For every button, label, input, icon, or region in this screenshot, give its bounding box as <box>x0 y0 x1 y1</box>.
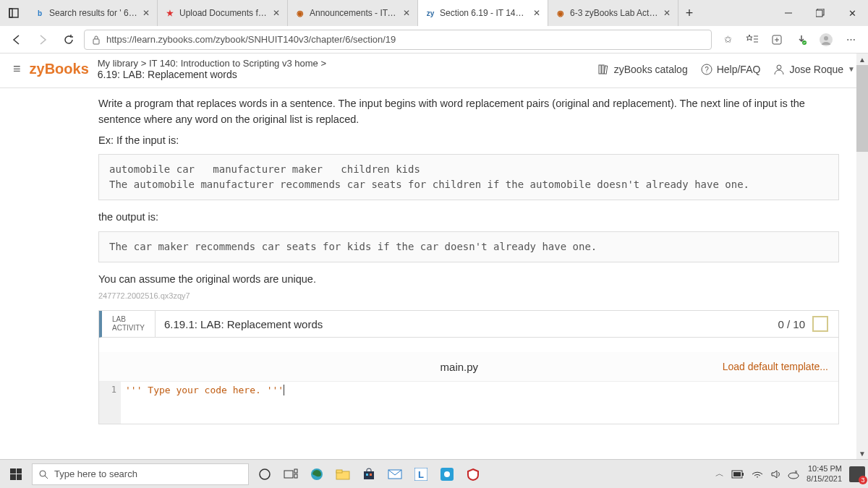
instructions-p3: the output is: <box>98 209 839 225</box>
code-editor[interactable]: 1 ''' Type your code here. ''' <box>99 381 838 424</box>
explorer-icon[interactable] <box>333 464 353 484</box>
tab-1[interactable]: ★ Upload Documents for Fre ✕ <box>158 0 288 26</box>
scroll-thumb[interactable] <box>856 65 868 152</box>
svg-rect-40 <box>733 472 741 476</box>
windows-logo-icon <box>10 468 22 480</box>
svg-rect-32 <box>370 474 372 476</box>
svg-rect-4 <box>816 10 822 17</box>
clock[interactable]: 10:45 PM 8/15/2021 <box>807 464 842 484</box>
zybooks-header: ≡ zyBooks My library > IT 140: Introduct… <box>0 53 868 88</box>
tray-chevron-icon[interactable]: ︿ <box>715 468 724 480</box>
svg-rect-31 <box>366 474 368 476</box>
wifi-icon[interactable] <box>752 470 763 479</box>
tab-0[interactable]: b Search results for ' 6-4 Mil ✕ <box>27 0 158 26</box>
svg-text:?: ? <box>705 66 709 74</box>
tab-label: Upload Documents for Fre <box>179 8 268 18</box>
svg-rect-24 <box>284 471 293 478</box>
tab-close-icon[interactable]: ✕ <box>142 8 150 18</box>
example-input-box: automobile car manufacturer maker childr… <box>98 154 839 200</box>
tab-strip: b Search results for ' 6-4 Mil ✕ ★ Uploa… <box>27 0 700 26</box>
downloads-icon[interactable] <box>794 33 809 47</box>
battery-icon[interactable] <box>731 470 744 479</box>
tab-4[interactable]: ◉ 6-3 zyBooks Lab Activities ✕ <box>548 0 678 26</box>
profile-icon[interactable] <box>819 33 833 47</box>
lab-badge: LAB ACTIVITY <box>102 311 156 337</box>
close-window-button[interactable]: ✕ <box>836 0 868 26</box>
help-label: Help/FAQ <box>717 64 761 75</box>
edge-icon[interactable] <box>307 464 327 484</box>
example-output-box: The car maker recommends car seats for k… <box>98 231 839 262</box>
favicon-b-icon: b <box>35 8 45 18</box>
task-view-icon[interactable] <box>281 464 301 484</box>
svg-point-37 <box>444 471 450 477</box>
url-text: https://learn.zybooks.com/zybook/SNHUIT1… <box>106 34 396 45</box>
favorite-icon[interactable]: ✩ <box>720 33 735 47</box>
taskbar-search[interactable]: Type here to search <box>32 463 249 485</box>
scroll-down-icon[interactable]: ▼ <box>856 448 868 459</box>
svg-point-14 <box>824 36 828 40</box>
svg-point-23 <box>260 469 270 479</box>
catalog-label: zyBooks catalog <box>614 64 688 75</box>
search-placeholder: Type here to search <box>54 468 137 479</box>
tab-close-icon[interactable]: ✕ <box>273 8 280 18</box>
store-icon[interactable] <box>359 464 379 484</box>
editor-gutter: 1 <box>99 382 121 424</box>
books-icon <box>598 64 610 75</box>
svg-rect-5 <box>93 39 99 44</box>
svg-rect-39 <box>742 473 744 476</box>
cortana-icon[interactable] <box>255 464 275 484</box>
forward-button[interactable] <box>32 29 54 51</box>
menu-icon[interactable]: ≡ <box>13 61 21 77</box>
tab-2[interactable]: ◉ Announcements - IT-140- ✕ <box>288 0 418 26</box>
svg-rect-0 <box>9 9 18 17</box>
favorites-list-icon[interactable] <box>745 33 760 47</box>
favicon-brightspace-icon: ◉ <box>556 8 566 18</box>
maximize-button[interactable] <box>804 0 836 26</box>
more-icon[interactable]: ⋯ <box>843 33 858 47</box>
start-button[interactable] <box>0 468 32 480</box>
tab-close-icon[interactable]: ✕ <box>663 8 671 18</box>
mcafee-icon[interactable] <box>463 464 483 484</box>
tab-label: Announcements - IT-140- <box>310 8 399 18</box>
favicon-star-icon: ★ <box>165 8 175 18</box>
svg-point-20 <box>777 65 781 69</box>
app-camera-icon[interactable] <box>437 464 457 484</box>
refresh-button[interactable] <box>58 29 80 51</box>
user-menu[interactable]: Jose Roque ▼ <box>773 64 855 75</box>
notifications-icon[interactable]: 3 <box>849 466 865 482</box>
chevron-down-icon: ▼ <box>848 65 855 73</box>
breadcrumb[interactable]: My library > IT 140: Introduction to Scr… <box>98 58 326 80</box>
onedrive-icon[interactable] <box>788 468 799 480</box>
tab-close-icon[interactable]: ✕ <box>403 8 410 18</box>
vertical-scrollbar[interactable]: ▲ ▼ <box>856 53 868 459</box>
browser-titlebar: b Search results for ' 6-4 Mil ✕ ★ Uploa… <box>0 0 868 26</box>
breadcrumb-line2: 6.19: LAB: Replacement words <box>98 69 326 80</box>
svg-rect-25 <box>294 469 297 473</box>
svg-text:L: L <box>418 469 424 480</box>
volume-icon[interactable] <box>770 469 780 479</box>
svg-point-21 <box>40 471 46 476</box>
user-icon <box>773 64 785 75</box>
editor-filename[interactable]: main.py <box>196 361 723 373</box>
new-tab-button[interactable]: + <box>678 0 700 26</box>
collections-icon[interactable] <box>770 33 784 47</box>
tab-3[interactable]: zy Section 6.19 - IT 140: Intro ✕ <box>418 0 548 26</box>
url-field[interactable]: https://learn.zybooks.com/zybook/SNHUIT1… <box>84 30 712 50</box>
instructions-p4: You can assume the original words are un… <box>98 271 839 287</box>
app-l-icon[interactable]: L <box>411 464 431 484</box>
load-template-link[interactable]: Load default template... <box>723 361 828 372</box>
svg-rect-16 <box>602 65 604 74</box>
lock-icon <box>92 35 101 45</box>
help-link[interactable]: ? Help/FAQ <box>701 64 761 75</box>
tab-actions-icon[interactable] <box>0 0 27 26</box>
tab-close-icon[interactable]: ✕ <box>533 8 540 18</box>
zybooks-logo[interactable]: zyBooks <box>30 61 89 77</box>
back-button[interactable] <box>6 29 27 51</box>
mail-icon[interactable] <box>385 464 405 484</box>
catalog-link[interactable]: zyBooks catalog <box>598 64 688 75</box>
scroll-up-icon[interactable]: ▲ <box>856 53 868 65</box>
help-icon: ? <box>701 64 712 75</box>
minimize-button[interactable] <box>773 0 804 26</box>
svg-point-41 <box>788 473 799 479</box>
code-line-1[interactable]: ''' Type your code here. ''' <box>121 382 289 424</box>
